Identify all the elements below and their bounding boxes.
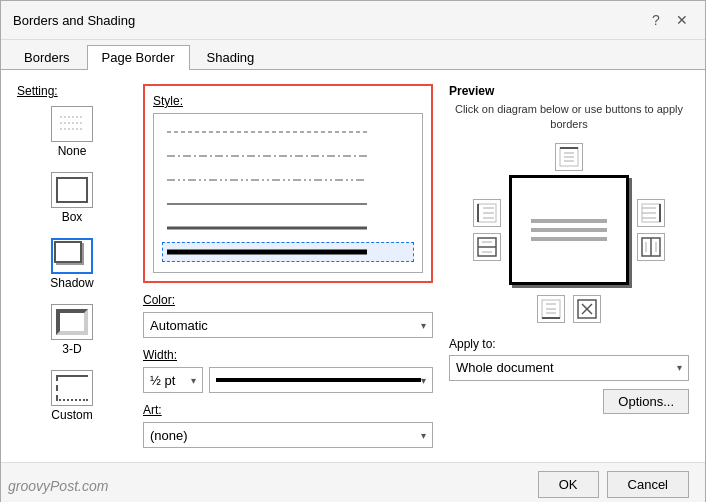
art-value: (none)	[150, 428, 188, 443]
inner-vert-icon	[640, 236, 662, 258]
apply-dropdown-arrow: ▾	[677, 362, 682, 373]
threed-icon-wrapper	[51, 304, 93, 340]
threed-label: 3-D	[62, 342, 81, 356]
style-line-svg-6	[167, 245, 409, 259]
art-dropdown-arrow: ▾	[421, 430, 426, 441]
dialog-title: Borders and Shading	[13, 13, 135, 28]
preview-hint-text: Click on diagram below or use buttons to…	[455, 103, 683, 130]
box-label: Box	[62, 210, 83, 224]
apply-to-section: Apply to: Whole document ▾ Options...	[449, 337, 689, 381]
right-border-button[interactable]	[637, 199, 665, 227]
width-label: Width:	[143, 348, 433, 362]
setting-none[interactable]: None	[17, 104, 127, 160]
shadow-icon-wrapper	[51, 238, 93, 274]
box-icon-wrapper	[51, 172, 93, 208]
color-value: Automatic	[150, 318, 208, 333]
color-dropdown-arrow: ▾	[421, 320, 426, 331]
right-side-buttons	[637, 199, 665, 261]
tabs-bar: Borders Page Border Shading	[1, 40, 705, 70]
apply-to-select[interactable]: Whole document ▾	[449, 355, 689, 381]
setting-shadow[interactable]: Shadow	[17, 236, 127, 292]
box-icon	[56, 177, 88, 203]
top-btn-row	[555, 143, 583, 171]
left-side-buttons	[473, 199, 501, 261]
style-line-svg-3	[167, 173, 409, 187]
setting-box[interactable]: Box	[17, 170, 127, 226]
art-section: Art: (none) ▾	[143, 403, 433, 448]
settings-panel: Setting: None Box	[17, 84, 127, 448]
style-line-1[interactable]	[162, 122, 414, 142]
threed-icon	[56, 309, 88, 335]
shadow-fg	[54, 241, 82, 263]
none-label: None	[58, 144, 87, 158]
dialog-body: Setting: None Box	[1, 70, 705, 462]
style-line-svg-4	[167, 197, 409, 211]
width-line-arrow: ▾	[421, 375, 426, 386]
title-bar: Borders and Shading ? ✕	[1, 1, 705, 40]
shadow-label: Shadow	[50, 276, 93, 290]
preview-document[interactable]	[509, 175, 629, 285]
inner-vert-border-button[interactable]	[637, 233, 665, 261]
style-line-5[interactable]	[162, 218, 414, 238]
setting-threed[interactable]: 3-D	[17, 302, 127, 358]
art-label: Art:	[143, 403, 433, 417]
ok-button[interactable]: OK	[538, 471, 599, 498]
bottom-border-button[interactable]	[537, 295, 565, 323]
tab-shading[interactable]: Shading	[192, 45, 270, 70]
color-label: Color:	[143, 293, 433, 307]
preview-line-1	[531, 219, 606, 223]
inner-horiz-icon	[476, 236, 498, 258]
options-button[interactable]: Options...	[603, 389, 689, 414]
borders-shading-dialog: Borders and Shading ? ✕ Borders Page Bor…	[0, 0, 706, 502]
right-panel: Preview Click on diagram below or use bu…	[449, 84, 689, 448]
left-border-button[interactable]	[473, 199, 501, 227]
color-row: Automatic ▾	[143, 312, 433, 338]
apply-to-value: Whole document	[456, 360, 554, 375]
style-section: Style:	[143, 84, 433, 283]
diag-border-icon	[576, 298, 598, 320]
preview-hint: Click on diagram below or use buttons to…	[449, 102, 689, 133]
preview-line-3	[531, 237, 606, 241]
title-bar-controls: ? ✕	[645, 9, 693, 31]
style-list[interactable]	[153, 113, 423, 273]
apply-to-label: Apply to:	[449, 337, 689, 351]
style-list-inner	[156, 118, 420, 266]
bottom-border-icon	[540, 298, 562, 320]
none-icon-wrapper	[51, 106, 93, 142]
width-value: ½ pt	[150, 373, 175, 388]
diag-border-button[interactable]	[573, 295, 601, 323]
tab-borders[interactable]: Borders	[9, 45, 85, 70]
cancel-button[interactable]: Cancel	[607, 471, 689, 498]
color-select[interactable]: Automatic ▾	[143, 312, 433, 338]
style-line-svg-2	[167, 149, 409, 163]
none-icon	[56, 111, 88, 137]
style-line-3[interactable]	[162, 170, 414, 190]
style-label: Style:	[153, 94, 423, 108]
right-border-icon	[640, 202, 662, 224]
preview-line-2	[531, 228, 606, 232]
width-select[interactable]: ½ pt ▾	[143, 367, 203, 393]
width-row: ½ pt ▾ ▾	[143, 367, 433, 393]
settings-label: Setting:	[17, 84, 127, 98]
help-button[interactable]: ?	[645, 9, 667, 31]
inner-horiz-border-button[interactable]	[473, 233, 501, 261]
none-svg	[56, 111, 88, 137]
custom-label: Custom	[51, 408, 92, 422]
tab-page-border[interactable]: Page Border	[87, 45, 190, 70]
thick-line	[216, 378, 421, 382]
close-button[interactable]: ✕	[671, 9, 693, 31]
style-line-6[interactable]	[162, 242, 414, 262]
width-line-preview[interactable]: ▾	[209, 367, 433, 393]
art-select[interactable]: (none) ▾	[143, 422, 433, 448]
color-section: Color: Automatic ▾	[143, 293, 433, 338]
style-line-svg-5	[167, 221, 409, 235]
watermark: groovyPost.com	[8, 478, 108, 494]
top-border-button[interactable]	[555, 143, 583, 171]
setting-custom[interactable]: Custom	[17, 368, 127, 424]
width-dropdown-arrow: ▾	[191, 375, 196, 386]
style-line-svg-1	[167, 125, 409, 139]
style-line-2[interactable]	[162, 146, 414, 166]
width-section: Width: ½ pt ▾ ▾	[143, 348, 433, 393]
preview-area	[449, 143, 689, 323]
style-line-4[interactable]	[162, 194, 414, 214]
